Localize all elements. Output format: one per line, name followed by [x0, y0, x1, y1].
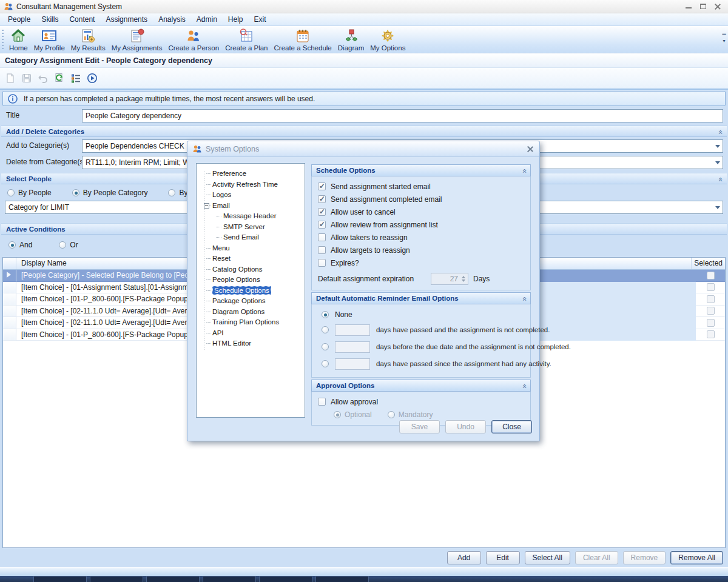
- row-checkbox[interactable]: [707, 272, 715, 279]
- tree-item[interactable]: Schedule Options: [199, 286, 302, 296]
- tree-item[interactable]: Preference: [199, 169, 302, 179]
- schedule-checkbox-row[interactable]: Allow targets to reassign: [318, 244, 524, 256]
- toolbar-create-plan-button[interactable]: Create a Plan: [222, 27, 271, 52]
- tree-collapse-icon[interactable]: [204, 203, 209, 209]
- reminder-days-input[interactable]: [335, 341, 370, 353]
- row-selected-cell[interactable]: [696, 317, 725, 329]
- footer-button[interactable]: Edit: [486, 551, 520, 564]
- minimize-icon[interactable]: [686, 4, 692, 8]
- spinner-up-icon[interactable]: [462, 276, 465, 278]
- run-icon[interactable]: [87, 73, 98, 84]
- dialog-titlebar[interactable]: System Options: [187, 141, 539, 157]
- row-selected-cell[interactable]: [696, 270, 725, 282]
- logic-radio[interactable]: And: [8, 241, 32, 249]
- tree-item[interactable]: API: [199, 328, 302, 339]
- dialog-button[interactable]: Save: [399, 420, 440, 433]
- dialog-button[interactable]: Close: [491, 420, 532, 433]
- footer-button[interactable]: Remove: [623, 551, 666, 564]
- toolbar-diagram-button[interactable]: Diagram: [335, 27, 367, 52]
- title-input[interactable]: [82, 109, 723, 122]
- menu-item[interactable]: Assignments: [100, 14, 153, 25]
- allow-approval-checkbox-row[interactable]: Allow approval: [318, 395, 524, 408]
- checkbox-icon[interactable]: [318, 246, 326, 254]
- tree-item[interactable]: Catalog Options: [199, 264, 302, 275]
- checkbox-icon[interactable]: [318, 195, 326, 203]
- expiration-spinner[interactable]: 27: [431, 273, 468, 285]
- schedule-checkbox-row[interactable]: Allow takers to reassign: [318, 231, 524, 244]
- footer-button[interactable]: Select All: [525, 551, 570, 564]
- collapse-chevron-icon[interactable]: «: [717, 177, 723, 180]
- collapse-chevron-icon[interactable]: «: [521, 169, 527, 172]
- row-checkbox[interactable]: [707, 307, 715, 315]
- checkbox-icon[interactable]: [318, 182, 326, 190]
- tree-item[interactable]: Reset: [199, 253, 302, 264]
- schedule-checkbox-row[interactable]: Send assignment started email: [318, 180, 524, 193]
- reminder-options-header[interactable]: Default Automatic Reminder Email Options…: [311, 292, 531, 304]
- schedule-options-header[interactable]: Schedule Options «: [311, 164, 531, 176]
- tree-item[interactable]: Diagram Options: [199, 307, 302, 318]
- tree-item[interactable]: HTML Editor: [199, 338, 302, 349]
- tree-item[interactable]: Training Plan Options: [199, 317, 302, 328]
- row-checkbox[interactable]: [707, 283, 715, 291]
- column-header-selected[interactable]: Selected: [692, 258, 725, 269]
- tree-item[interactable]: Logos: [199, 190, 302, 201]
- tree-item[interactable]: Menu: [199, 243, 302, 254]
- dialog-close-icon[interactable]: [526, 145, 534, 153]
- schedule-checkbox-row[interactable]: Send assignment completed email: [318, 193, 524, 206]
- reminder-option-row[interactable]: days have passed since the assignment ha…: [318, 355, 524, 372]
- footer-button[interactable]: Clear All: [575, 551, 618, 564]
- collapse-chevron-icon[interactable]: «: [717, 130, 723, 133]
- schedule-checkbox-row[interactable]: Allow user to cancel: [318, 206, 524, 218]
- tree-item[interactable]: Send Email: [199, 232, 302, 243]
- windows-taskbar[interactable]: [0, 576, 728, 582]
- new-document-icon[interactable]: [5, 73, 16, 84]
- checkbox-icon[interactable]: [318, 221, 326, 229]
- tree-item[interactable]: Email: [199, 201, 302, 212]
- row-selected-cell[interactable]: [696, 329, 725, 341]
- properties-list-icon[interactable]: [70, 73, 81, 84]
- approval-options-header[interactable]: Approval Options «: [311, 380, 531, 392]
- row-checkbox[interactable]: [707, 330, 715, 338]
- menu-item[interactable]: Admin: [191, 14, 223, 25]
- dialog-button[interactable]: Undo: [445, 420, 486, 433]
- section-header-add-delete[interactable]: Add / Delete Categories «: [1, 125, 727, 137]
- maximize-icon[interactable]: [700, 4, 706, 9]
- reminder-days-input[interactable]: [335, 358, 370, 370]
- menu-item[interactable]: Help: [223, 14, 249, 25]
- toolbar-my-assignments-button[interactable]: My Assignments: [109, 27, 166, 52]
- menu-item[interactable]: Exit: [249, 14, 272, 25]
- checkbox-icon[interactable]: [318, 398, 326, 406]
- tree-item[interactable]: Message Header: [199, 211, 302, 222]
- select-people-radio[interactable]: By People: [7, 189, 52, 197]
- collapse-chevron-icon[interactable]: «: [521, 384, 527, 387]
- reminder-option-row[interactable]: days have passed and the assignment is n…: [318, 321, 524, 338]
- tree-item[interactable]: Package Options: [199, 296, 302, 307]
- spinner-down-icon[interactable]: [462, 279, 465, 282]
- dropdown-arrow-icon[interactable]: [715, 206, 720, 209]
- row-selected-cell[interactable]: [696, 306, 725, 318]
- schedule-checkbox-row[interactable]: Allow review from assignment list: [318, 218, 524, 231]
- refresh-icon[interactable]: [54, 73, 65, 84]
- close-icon[interactable]: [715, 4, 721, 9]
- menu-item[interactable]: Content: [64, 14, 100, 25]
- save-icon[interactable]: [21, 73, 32, 84]
- reminder-none-radio[interactable]: None: [318, 308, 524, 321]
- menu-item[interactable]: Analysis: [153, 14, 191, 25]
- approval-radio[interactable]: Mandatory: [388, 410, 433, 419]
- row-checkbox[interactable]: [707, 319, 715, 327]
- row-selected-cell[interactable]: [696, 282, 725, 294]
- toolbar-my-results-button[interactable]: My Results: [68, 27, 109, 52]
- collapse-chevron-icon[interactable]: «: [521, 296, 527, 299]
- toolbar-create-person-button[interactable]: Create a Person: [165, 27, 222, 52]
- checkbox-icon[interactable]: [318, 259, 326, 267]
- logic-radio[interactable]: Or: [59, 241, 78, 249]
- toolbar-home-button[interactable]: Home: [6, 27, 31, 52]
- tree-item[interactable]: Activity Refresh Time: [199, 179, 302, 190]
- checkbox-icon[interactable]: [318, 233, 326, 241]
- menu-item[interactable]: Skills: [36, 14, 64, 25]
- reminder-option-row[interactable]: days before the due date and the assignm…: [318, 338, 524, 355]
- toolbar-grip-icon[interactable]: [2, 30, 4, 49]
- footer-button[interactable]: Add: [447, 551, 481, 564]
- dropdown-arrow-icon[interactable]: [715, 145, 720, 148]
- tree-item[interactable]: SMTP Server: [199, 222, 302, 233]
